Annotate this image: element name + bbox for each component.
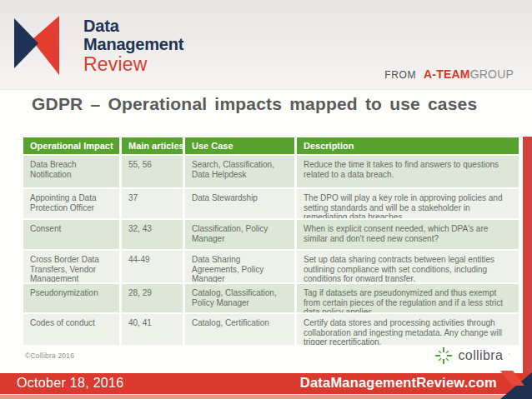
column-header-use-case: Use Case bbox=[185, 137, 294, 154]
cell-impact: Appointing a Data Protection Officer bbox=[23, 189, 119, 218]
from-label: FROM bbox=[384, 69, 416, 81]
ateam-brand-red: A-TEAM bbox=[424, 67, 470, 81]
from-ateam-group: FROMA-TEAMGROUP bbox=[384, 67, 514, 82]
cell-use-case: Data Sharing Agreements, Policy Manager bbox=[185, 251, 294, 282]
footer-site: DataManagementReview.com bbox=[300, 375, 497, 391]
page-title: GDPR – Operational impacts mapped to use… bbox=[32, 94, 477, 114]
cell-articles: 32, 43 bbox=[122, 220, 183, 249]
column-header-main-articles: Main articles bbox=[122, 137, 183, 154]
column-header-description: Description bbox=[297, 137, 519, 154]
cell-impact: Data Breach Notification bbox=[23, 156, 119, 187]
cell-impact: Cross Border Data Transfers, Vendor Mana… bbox=[23, 251, 119, 282]
brand-line-management: Management bbox=[83, 35, 183, 53]
footer-corner-arrow-icon bbox=[497, 369, 532, 399]
cell-description: Reduce the time it takes to find answers… bbox=[297, 156, 519, 187]
cell-articles: 28, 29 bbox=[122, 284, 183, 312]
cell-use-case: Classification, Policy Manager bbox=[185, 220, 294, 249]
cell-description: Set up data sharing contracts between le… bbox=[297, 251, 519, 282]
dmr-logo-icon bbox=[14, 16, 61, 77]
cell-description: When is explicit consent needed, which D… bbox=[297, 220, 519, 249]
header-band: Data Management Review FROMA-TEAMGROUP bbox=[0, 0, 532, 90]
table-row: Consent 32, 43 Classification, Policy Ma… bbox=[23, 220, 519, 249]
table-row: Codes of conduct 40, 41 Catalog, Certifi… bbox=[23, 314, 519, 345]
cell-articles: 44-49 bbox=[122, 251, 183, 282]
cell-use-case: Catalog, Certification bbox=[185, 314, 294, 345]
collibra-trademark-tick: ʾ bbox=[508, 352, 510, 360]
slide: Data Management Review FROMA-TEAMGROUP G… bbox=[0, 0, 532, 399]
cell-description: Certify data stores and processing activ… bbox=[297, 314, 519, 345]
ateam-brand-gray: GROUP bbox=[470, 67, 514, 81]
right-accent-strip bbox=[523, 137, 532, 373]
brand-line-review: Review bbox=[83, 53, 183, 75]
cell-articles: 37 bbox=[122, 189, 183, 218]
collibra-pinwheel-icon bbox=[434, 347, 453, 365]
collibra-wordmark: collibra bbox=[458, 348, 503, 363]
cell-articles: 55, 56 bbox=[122, 156, 183, 187]
cell-use-case: Search, Classification, Data Helpdesk bbox=[185, 156, 294, 187]
cell-description: Tag if datasets are pseudonymized and th… bbox=[297, 284, 519, 312]
table-row: Data Breach Notification 55, 56 Search, … bbox=[23, 156, 519, 187]
table-row: Appointing a Data Protection Officer 37 … bbox=[23, 189, 519, 218]
brand-text: Data Management Review bbox=[83, 17, 183, 75]
table-header-row: Operational Impact Main articles Use Cas… bbox=[23, 137, 519, 154]
brand-line-data: Data bbox=[83, 17, 183, 35]
cell-description: The DPO will play a key role in approvin… bbox=[297, 189, 519, 218]
collibra-logo: collibraʾ bbox=[434, 347, 510, 365]
table-row: Pseudonymization 28, 29 Catalog, Classif… bbox=[23, 284, 519, 312]
column-header-operational-impact: Operational Impact bbox=[23, 137, 119, 154]
cell-use-case: Catalog, Classification, Policy Manager bbox=[185, 284, 294, 312]
collibra-copyright: ©Collibra 2016 bbox=[25, 352, 74, 360]
footer-date: October 18, 2016 bbox=[17, 376, 123, 391]
cell-impact: Pseudonymization bbox=[23, 284, 119, 312]
cell-impact: Codes of conduct bbox=[23, 314, 119, 345]
cell-use-case: Data Stewardship bbox=[185, 189, 294, 218]
table-row: Cross Border Data Transfers, Vendor Mana… bbox=[23, 251, 519, 282]
cell-articles: 40, 41 bbox=[122, 314, 183, 345]
gdpr-table: Operational Impact Main articles Use Cas… bbox=[23, 137, 519, 345]
cell-impact: Consent bbox=[23, 220, 119, 249]
footer-bottom-strip bbox=[0, 394, 532, 399]
